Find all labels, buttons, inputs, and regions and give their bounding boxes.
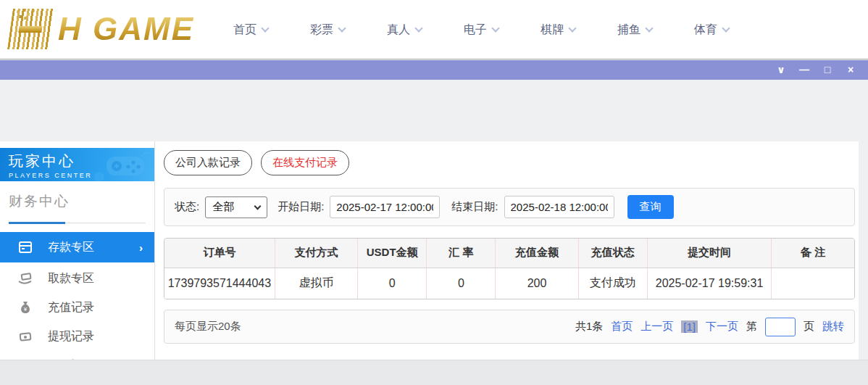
sidebar-item-withdraw[interactable]: 取款专区 (0, 264, 154, 293)
chevron-down-icon (338, 24, 346, 32)
jump-prefix-label: 第 (746, 320, 757, 334)
col-remark: 备 注 (772, 239, 854, 268)
withdrawal-record-icon (17, 328, 33, 344)
app-window: H GAME 首页 彩票 真人 电子 棋牌 (0, 0, 868, 385)
window-title-bar: ∨ — □ × (0, 60, 868, 80)
logo-stripes-icon (7, 9, 54, 49)
bottom-background-strip (0, 360, 868, 385)
cell-exchange-rate: 0 (427, 268, 496, 299)
svg-text:¥: ¥ (23, 306, 28, 312)
nav-label: 彩票 (310, 22, 333, 38)
record-tabs: 公司入款记录 在线支付记录 (164, 150, 855, 175)
prev-page-link[interactable]: 上一页 (640, 320, 673, 334)
cell-submit-time: 2025-02-17 19:59:31 (647, 268, 771, 299)
chevron-down-icon (722, 24, 730, 32)
chevron-down-icon (568, 24, 576, 32)
cell-remark (772, 268, 854, 299)
chevron-right-icon: › (139, 241, 143, 254)
jump-button[interactable]: 跳转 (822, 320, 844, 334)
cell-usdt-amount: 0 (358, 268, 427, 299)
nav-label: 电子 (464, 22, 487, 38)
col-submit-time: 提交时间 (647, 239, 771, 268)
col-exchange-rate: 汇 率 (427, 239, 496, 268)
sidebar-item-deposit[interactable]: 存款专区 › (0, 232, 154, 262)
site-header: H GAME 首页 彩票 真人 电子 棋牌 (0, 0, 868, 59)
sidebar-item-label: 存款专区 (48, 240, 94, 255)
chevron-down-icon (414, 24, 422, 32)
end-date-input[interactable] (504, 196, 614, 218)
players-center-banner: 玩家中心 PLAYERS CENTER (0, 148, 154, 181)
records-table: 订单号 支付方式 USDT金额 汇 率 充值金额 充值状态 提交时间 备 注 1 (164, 238, 855, 299)
nav-item-slots[interactable]: 电子 (464, 22, 498, 38)
col-order-number: 订单号 (164, 239, 275, 268)
tab-company-deposit-record[interactable]: 公司入款记录 (164, 150, 252, 175)
chevron-down-icon (261, 24, 269, 32)
cell-recharge-amount: 200 (496, 268, 578, 299)
window-dropdown-icon[interactable]: ∨ (769, 60, 793, 80)
col-recharge-amount: 充值金额 (496, 239, 578, 268)
end-date-label: 结束日期: (451, 200, 498, 214)
current-page-indicator: [1] (681, 320, 698, 333)
nav-label: 首页 (233, 22, 256, 38)
status-select[interactable]: 全部 (205, 196, 267, 218)
status-label: 状态: (175, 200, 199, 214)
main-nav: 首页 彩票 真人 电子 棋牌 捕鱼 (233, 0, 729, 59)
nav-item-sports[interactable]: 体育 (694, 22, 729, 38)
nav-item-live[interactable]: 真人 (387, 22, 422, 38)
chevron-down-icon (491, 24, 499, 32)
nav-item-fishing[interactable]: 捕鱼 (617, 22, 652, 38)
start-date-label: 开始日期: (277, 200, 324, 214)
col-payment-method: 支付方式 (275, 239, 357, 268)
nav-item-home[interactable]: 首页 (233, 22, 268, 38)
sidebar-menu: 存款专区 › 取款专区 ¥ 充值记录 (0, 232, 154, 380)
withdraw-icon (17, 270, 33, 286)
sidebar: 玩家中心 PLAYERS CENTER 财务中心 (0, 141, 155, 360)
sidebar-item-label: 提现记录 (48, 329, 94, 344)
window-maximize-icon[interactable]: □ (816, 60, 839, 80)
sidebar-item-label: 取款专区 (48, 271, 94, 286)
main-panel: 公司入款记录 在线支付记录 状态: 全部 开始日期: 结束日期: 查询 (164, 150, 855, 344)
pagination-controls: 共1条 首页 上一页 [1] 下一页 第 页 跳转 (575, 318, 844, 336)
col-recharge-status: 充值状态 (578, 239, 647, 268)
col-usdt-amount: USDT金额 (358, 239, 427, 268)
chevron-down-icon (645, 24, 653, 32)
start-date-input[interactable] (330, 196, 440, 218)
status-select-value: 全部 (212, 200, 234, 214)
nav-item-lottery[interactable]: 彩票 (310, 22, 345, 38)
table-row: 1739793571444043 虚拟币 0 0 200 支付成功 2025-0… (164, 268, 854, 299)
page-jump-input[interactable] (765, 318, 796, 336)
sidebar-item-label: 充值记录 (48, 300, 94, 315)
logo-text: H GAME (58, 13, 194, 45)
site-logo: H GAME (10, 9, 194, 49)
nav-label: 体育 (694, 22, 717, 38)
nav-item-chess[interactable]: 棋牌 (541, 22, 575, 38)
filter-bar: 状态: 全部 开始日期: 结束日期: 查询 (164, 188, 855, 226)
section-underline (9, 220, 146, 223)
cell-recharge-status: 支付成功 (578, 268, 647, 299)
gamepad-icon (93, 149, 150, 181)
chevron-down-icon (254, 202, 262, 210)
next-page-link[interactable]: 下一页 (706, 320, 738, 334)
cell-payment-method: 虚拟币 (275, 268, 357, 299)
total-count-label: 共1条 (575, 320, 603, 334)
sidebar-item-recharge-record[interactable]: ¥ 充值记录 (0, 293, 154, 322)
cell-order-number: 1739793571444043 (164, 268, 275, 299)
search-button[interactable]: 查询 (627, 195, 674, 219)
logo-sparkle-icon (17, 10, 20, 13)
nav-label: 棋牌 (541, 22, 564, 38)
window-minimize-icon[interactable]: — (793, 60, 816, 80)
content-area: 玩家中心 PLAYERS CENTER 财务中心 (0, 141, 859, 360)
jump-suffix-label: 页 (804, 320, 814, 334)
window-close-icon[interactable]: × (839, 60, 862, 80)
sidebar-item-withdrawal-record[interactable]: 提现记录 (0, 322, 154, 351)
finance-center-heading: 财务中心 (9, 192, 146, 211)
tab-online-payment-record[interactable]: 在线支付记录 (261, 150, 349, 175)
per-page-label: 每页显示20条 (175, 320, 241, 334)
first-page-link[interactable]: 首页 (611, 320, 633, 334)
table-header-row: 订单号 支付方式 USDT金额 汇 率 充值金额 充值状态 提交时间 备 注 (164, 239, 854, 268)
nav-label: 真人 (387, 22, 410, 38)
recharge-record-icon: ¥ (17, 299, 33, 315)
pagination-bar: 每页显示20条 共1条 首页 上一页 [1] 下一页 第 页 跳转 (164, 310, 855, 344)
nav-label: 捕鱼 (617, 22, 640, 38)
deposit-icon (17, 239, 33, 255)
